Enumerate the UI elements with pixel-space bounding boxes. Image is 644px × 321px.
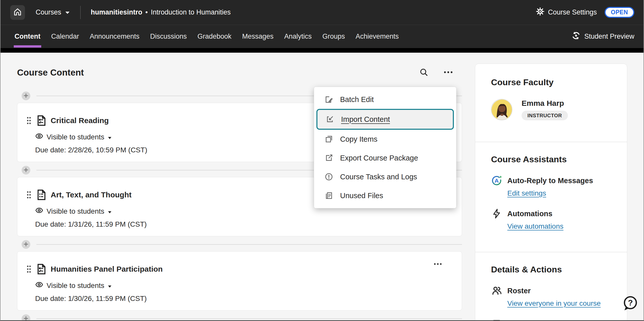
visibility-dropdown[interactable]: Visible to students	[35, 281, 452, 290]
tab-groups[interactable]: Groups	[317, 25, 350, 48]
view-everyone-link[interactable]: View everyone in your course	[507, 299, 601, 308]
courses-menu-label: Courses	[36, 8, 61, 16]
course-open-badge[interactable]: OPEN	[605, 7, 634, 18]
svg-text:A: A	[495, 177, 499, 184]
search-button[interactable]	[418, 67, 429, 79]
student-preview-button[interactable]: Student Preview	[571, 31, 634, 42]
ellipsis-icon	[433, 262, 442, 267]
drag-handle[interactable]	[26, 190, 32, 200]
edit-settings-link[interactable]: Edit settings	[507, 189, 546, 197]
assessment-icon	[35, 114, 47, 127]
tab-calendar[interactable]: Calendar	[46, 25, 85, 48]
add-content-button[interactable]	[22, 92, 30, 100]
view-automations-link[interactable]: View automations	[507, 222, 564, 230]
course-id: humanitiesintro	[91, 8, 143, 16]
content-options-menu: Batch Edit Import Content Copy Items	[314, 87, 456, 208]
faculty-info: Emma Harp INSTRUCTOR	[522, 99, 568, 120]
course-info-sidebar: Course Faculty Emma Harp	[475, 64, 627, 320]
content-item-title[interactable]: Critical Reading	[51, 116, 109, 125]
content-tools	[418, 67, 454, 79]
menu-item-import-content[interactable]: Import Content	[316, 109, 454, 130]
add-content-button[interactable]	[22, 166, 30, 174]
menu-item-label: Unused Files	[340, 192, 383, 200]
course-settings-label: Course Settings	[548, 8, 597, 16]
assistant-item-row: A Auto-Reply to Messages	[491, 175, 611, 186]
drag-handle[interactable]	[26, 264, 32, 274]
tabs-list: Content Calendar Announcements Discussio…	[9, 25, 404, 48]
search-icon	[419, 68, 428, 78]
help-button[interactable]: ?	[622, 295, 638, 312]
tab-announcements[interactable]: Announcements	[85, 25, 145, 48]
tab-messages[interactable]: Messages	[237, 25, 279, 48]
assistant-title: Automations	[507, 210, 552, 218]
add-content-divider	[17, 240, 462, 249]
content-more-options-button[interactable]	[442, 69, 454, 77]
avatar[interactable]	[491, 99, 512, 120]
menu-item-label: Import Content	[341, 115, 390, 124]
home-icon	[13, 7, 22, 18]
assistant-auto-reply: A Auto-Reply to Messages Edit settings	[491, 175, 611, 197]
drag-handle[interactable]	[26, 115, 32, 126]
menu-item-copy-items[interactable]: Copy Items	[314, 130, 456, 149]
add-content-button[interactable]	[22, 240, 30, 249]
faculty-name[interactable]: Emma Harp	[522, 99, 568, 108]
course-image-title: Course Image	[507, 320, 556, 320]
batch-edit-icon	[324, 95, 333, 104]
caret-down-icon	[108, 133, 112, 141]
course-assistants-heading: Course Assistants	[491, 154, 611, 164]
export-package-icon	[324, 153, 333, 163]
menu-item-course-tasks-logs[interactable]: Course Tasks and Logs	[314, 167, 456, 186]
topbar-divider	[80, 6, 81, 19]
menu-item-label: Export Course Package	[340, 154, 418, 162]
add-content-button[interactable]	[22, 314, 30, 320]
assessment-icon	[35, 263, 47, 275]
courses-menu-button[interactable]: Courses	[36, 8, 70, 16]
chevron-down-icon	[65, 8, 70, 16]
menu-item-label: Batch Edit	[340, 95, 374, 104]
visibility-label: Visible to students	[47, 282, 104, 290]
visible-eye-icon	[35, 281, 43, 290]
plus-icon	[23, 93, 29, 99]
course-title: humanitiesintro • Introduction to Humani…	[91, 8, 231, 16]
course-tab-bar: Content Calendar Announcements Discussio…	[1, 25, 643, 48]
tab-analytics[interactable]: Analytics	[279, 25, 317, 48]
svg-text:?: ?	[628, 298, 633, 307]
menu-item-label: Copy Items	[340, 135, 377, 143]
content-item-title[interactable]: Humanities Panel Participation	[51, 265, 163, 273]
course-settings-button[interactable]: Course Settings	[536, 7, 597, 18]
title-separator: •	[145, 8, 148, 16]
course-assistants-section: Course Assistants A	[475, 142, 627, 241]
faculty-row: Emma Harp INSTRUCTOR	[491, 99, 611, 131]
tab-content[interactable]: Content	[9, 25, 46, 48]
course-name: Introduction to Humanities	[151, 8, 231, 16]
divider-line	[36, 318, 462, 319]
menu-item-export-course-package[interactable]: Export Course Package	[314, 149, 456, 167]
browser-window: Courses humanitiesintro • Introduction t…	[0, 0, 644, 321]
role-badge: INSTRUCTOR	[522, 111, 568, 120]
divider-line	[36, 244, 462, 245]
content-item-humanities-panel: Humanities Panel Participation	[17, 251, 462, 311]
due-date-label: Due date: 1/31/26, 11:59 PM (CST)	[35, 220, 452, 228]
tab-gradebook[interactable]: Gradebook	[192, 25, 237, 48]
home-button[interactable]	[10, 5, 25, 20]
student-preview-icon	[571, 31, 581, 42]
menu-item-batch-edit[interactable]: Batch Edit	[314, 90, 456, 109]
course-faculty-heading: Course Faculty	[491, 77, 611, 87]
content-item-title[interactable]: Art, Text, and Thought	[51, 191, 132, 199]
tab-discussions[interactable]: Discussions	[145, 25, 192, 48]
topbar-right-group: Course Settings OPEN	[536, 7, 634, 18]
item-more-options-button[interactable]	[432, 261, 443, 268]
card-title-row: Humanities Panel Participation	[26, 263, 452, 275]
menu-item-unused-files[interactable]: Unused Files	[314, 186, 456, 205]
visible-eye-icon	[35, 206, 43, 216]
lightning-icon	[491, 208, 502, 219]
page-title: Course Content	[17, 67, 84, 78]
header-shadow-strip	[1, 48, 643, 53]
plus-icon	[23, 242, 29, 247]
tab-achievements[interactable]: Achievements	[350, 25, 404, 48]
details-item-row: Course Image	[491, 318, 611, 320]
copy-items-icon	[324, 135, 333, 144]
caret-down-icon	[108, 207, 112, 215]
course-image-icon	[491, 318, 502, 320]
due-date-label: Due date: 1/30/26, 11:59 PM (CST)	[35, 295, 452, 303]
